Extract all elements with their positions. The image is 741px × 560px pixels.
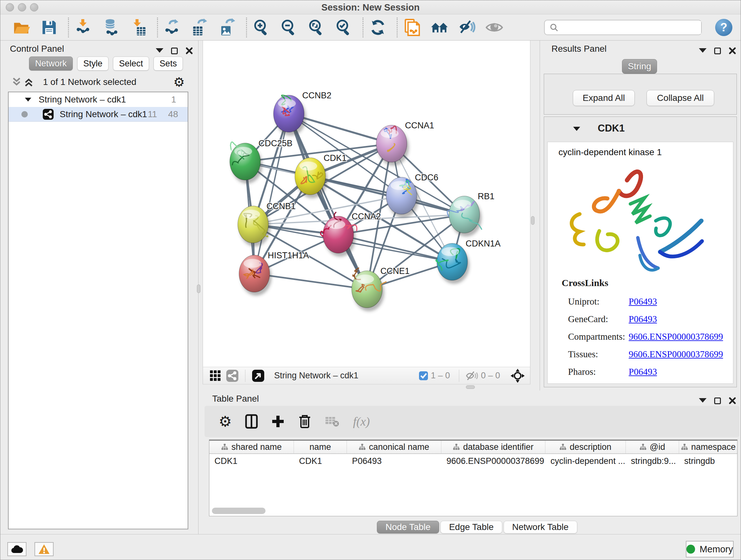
selected-checkbox-icon[interactable]: [419, 371, 428, 381]
center-view-icon[interactable]: [510, 368, 525, 383]
detach-view-icon[interactable]: [252, 369, 265, 382]
grid-view-icon[interactable]: [209, 370, 221, 382]
import-network-icon[interactable]: [74, 18, 92, 37]
node-label: CCNA2: [352, 212, 381, 221]
collection-expand-icon[interactable]: [24, 96, 32, 103]
column-header-canonical-name[interactable]: canonical name: [347, 441, 441, 453]
column-header-namespace[interactable]: namespace: [679, 441, 738, 453]
left-splitter-handle[interactable]: [197, 285, 200, 293]
eye-icon[interactable]: [485, 18, 503, 37]
crosslink-link[interactable]: 9606.ENSP00000378699: [629, 349, 723, 360]
bottom-splitter-handle[interactable]: [466, 385, 475, 389]
gear-icon[interactable]: ⚙: [173, 76, 185, 88]
cloud-icon: [10, 545, 23, 554]
import-table-icon[interactable]: [129, 18, 147, 37]
panel-menu-icon[interactable]: [699, 48, 706, 57]
network-view-share-icon[interactable]: [226, 369, 239, 382]
network-row[interactable]: String Network – cdk1 11 48: [9, 107, 188, 122]
crosslink-row: GeneCard:P06493: [562, 310, 727, 328]
refresh-icon[interactable]: [368, 18, 387, 37]
column-header-name[interactable]: name: [294, 441, 347, 453]
table-cell[interactable]: stringdb:9...: [626, 454, 679, 468]
columns-icon[interactable]: [245, 414, 258, 429]
panel-float-icon[interactable]: [714, 48, 721, 54]
tab-network[interactable]: Network: [29, 57, 73, 71]
crosslink-link[interactable]: P06493: [629, 296, 657, 307]
section-collapse-icon[interactable]: [572, 125, 581, 133]
column-header-description[interactable]: description: [545, 441, 626, 453]
table-cell[interactable]: P06493: [347, 454, 441, 468]
tab-node-table[interactable]: Node Table: [377, 521, 439, 534]
tab-style[interactable]: Style: [77, 57, 109, 71]
network-node-HIST1H1A[interactable]: HIST1H1A: [239, 251, 309, 296]
table-cell[interactable]: stringdb: [679, 454, 738, 468]
network-node-CCNB1[interactable]: CCNB1: [238, 201, 296, 246]
network-node-CDKN1A[interactable]: CDKN1A: [436, 239, 501, 284]
panel-close-icon[interactable]: [729, 47, 736, 55]
network-node-CCNE1[interactable]: CCNE1: [352, 266, 410, 311]
expand-all-button[interactable]: Expand All: [573, 90, 635, 106]
control-panel-tabs: NetworkStyleSelectSets: [29, 57, 183, 71]
tab-sets[interactable]: Sets: [153, 57, 183, 71]
table-cell[interactable]: 9606.ENSP00000378699: [441, 454, 545, 468]
panel-float-icon[interactable]: [714, 397, 721, 404]
table-row[interactable]: CDK1CDK1P064939606.ENSP00000378699cyclin…: [209, 454, 737, 468]
tab-string[interactable]: String: [622, 59, 657, 74]
right-splitter-handle[interactable]: [531, 216, 535, 225]
tab-select[interactable]: Select: [113, 57, 149, 71]
zoom-out-icon[interactable]: [280, 18, 298, 37]
table-panel-title: Table Panel: [212, 394, 259, 404]
panel-menu-icon[interactable]: [156, 48, 163, 57]
zoom-in-icon[interactable]: [252, 18, 271, 37]
network-node-CCNA1[interactable]: CCNA1: [376, 121, 434, 166]
search-field[interactable]: [544, 20, 702, 35]
panel-menu-icon[interactable]: [699, 398, 706, 407]
memory-button[interactable]: Memory: [686, 541, 734, 557]
tab-edge-table[interactable]: Edge Table: [441, 521, 502, 534]
collapse-all-button[interactable]: Collapse All: [647, 90, 714, 106]
panel-float-icon[interactable]: [171, 48, 178, 54]
column-header-shared-name[interactable]: shared name: [209, 441, 294, 453]
column-header--id[interactable]: @id: [626, 441, 679, 453]
network-node-RB1[interactable]: RB1: [448, 192, 495, 237]
help-icon[interactable]: ?: [715, 19, 732, 36]
column-header-database-identifier[interactable]: database identifier: [441, 441, 545, 453]
horizontal-scrollbar[interactable]: [212, 508, 266, 514]
delete-icon[interactable]: [298, 414, 312, 429]
panel-close-icon[interactable]: [185, 47, 193, 55]
cloud-button[interactable]: [7, 542, 26, 556]
crosslink-link[interactable]: P06493: [629, 367, 657, 377]
export-network-icon[interactable]: [163, 18, 182, 37]
save-icon[interactable]: [40, 18, 58, 37]
houses-icon[interactable]: [430, 18, 449, 37]
crosslink-link[interactable]: P06493: [629, 314, 657, 324]
zoom-selected-icon[interactable]: [334, 18, 353, 37]
export-table-icon[interactable]: [191, 18, 209, 37]
export-image-icon[interactable]: [218, 18, 237, 37]
zoom-fit-icon[interactable]: [307, 18, 326, 37]
network-node-CCNB2[interactable]: CCNB2: [273, 91, 332, 136]
table-cell[interactable]: CDK1: [209, 454, 294, 468]
network-node-count: 11: [148, 109, 157, 119]
hide-graphics-details-icon[interactable]: [458, 18, 476, 37]
gear-icon[interactable]: ⚙: [219, 415, 232, 428]
cdk1-section-header[interactable]: CDK1: [544, 117, 737, 141]
crosslink-label: Pharos:: [562, 367, 629, 377]
network-node-CDC25B[interactable]: CDC25B: [230, 138, 293, 184]
node-table[interactable]: shared namenamecanonical namedatabase id…: [209, 440, 738, 516]
network-canvas[interactable]: CCNB2CCNA1CDC25BCDK1CDC6RB1CCNB1CCNA2CDK…: [203, 41, 530, 367]
add-icon[interactable]: [271, 415, 285, 428]
crosslink-link[interactable]: 9606.ENSP00000378699: [629, 331, 723, 342]
network-node-CDK1[interactable]: CDK1: [295, 153, 347, 198]
panel-close-icon[interactable]: [729, 397, 736, 405]
table-cell[interactable]: CDK1: [294, 454, 347, 468]
document-share-icon[interactable]: [403, 18, 421, 37]
tab-network-table[interactable]: Network Table: [503, 521, 577, 534]
network-collection-row[interactable]: String Network – cdk1 1: [9, 92, 188, 107]
open-folder-icon[interactable]: [12, 18, 31, 37]
table-cell[interactable]: cyclin-dependent ...: [545, 454, 626, 468]
warning-button[interactable]: [35, 542, 54, 556]
table-header-row: shared namenamecanonical namedatabase id…: [209, 441, 737, 454]
import-network-database-icon[interactable]: [102, 18, 120, 37]
search-input[interactable]: [559, 21, 701, 34]
